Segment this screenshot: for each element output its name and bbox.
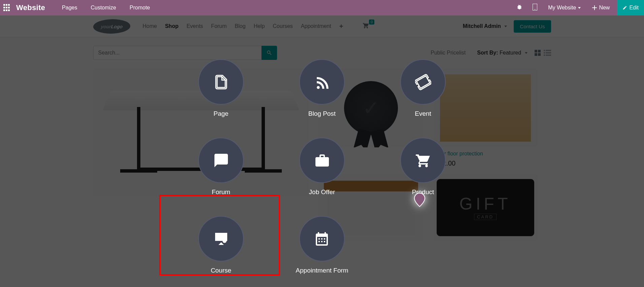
website-selector[interactable]: My Website xyxy=(544,5,585,11)
edit-label: Edit xyxy=(629,5,639,11)
new-product[interactable]: Product xyxy=(400,138,446,196)
new-appointment-form[interactable]: Appointment Form xyxy=(296,216,348,274)
new-event[interactable]: Event xyxy=(400,59,446,117)
new-content-overlay[interactable]: Page Blog Post Event Forum Job Offer Pro… xyxy=(0,15,644,287)
new-course[interactable]: Course xyxy=(198,216,244,274)
ticket-icon xyxy=(415,74,431,90)
mobile-preview-icon[interactable] xyxy=(529,4,541,12)
overlay-label: Appointment Form xyxy=(296,267,348,274)
rss-icon xyxy=(314,74,330,90)
new-page[interactable]: Page xyxy=(198,59,244,117)
apps-icon[interactable] xyxy=(3,4,11,11)
menu-pages[interactable]: Pages xyxy=(55,5,84,11)
new-blog-post[interactable]: Blog Post xyxy=(299,59,345,117)
edit-button[interactable]: Edit xyxy=(617,0,644,15)
new-button[interactable]: New xyxy=(588,5,614,11)
svg-point-14 xyxy=(223,239,227,243)
presentation-icon xyxy=(213,231,229,247)
new-forum[interactable]: Forum xyxy=(198,138,244,196)
menu-customize[interactable]: Customize xyxy=(84,5,123,11)
overlay-label: Course xyxy=(211,267,231,274)
overlay-label: Forum xyxy=(212,188,230,196)
new-label: New xyxy=(599,5,610,11)
pencil-icon xyxy=(622,5,627,10)
overlay-label: Product xyxy=(412,188,434,196)
overlay-label: Blog Post xyxy=(308,110,336,117)
calendar-icon xyxy=(314,231,330,247)
new-job-offer[interactable]: Job Offer xyxy=(299,138,345,196)
overlay-label: Page xyxy=(213,110,228,117)
briefcase-icon xyxy=(314,152,330,169)
app-brand[interactable]: Website xyxy=(16,3,45,12)
cart-icon xyxy=(415,152,431,169)
app-topbar: Website Pages Customize Promote My Websi… xyxy=(0,0,644,15)
overlay-label: Job Offer xyxy=(309,188,335,196)
menu-promote[interactable]: Promote xyxy=(123,5,157,11)
plus-icon xyxy=(592,5,597,10)
debug-icon[interactable] xyxy=(513,4,526,11)
comment-icon xyxy=(213,152,229,169)
svg-rect-3 xyxy=(592,7,597,8)
file-icon xyxy=(213,74,229,90)
overlay-label: Event xyxy=(415,110,431,117)
svg-point-1 xyxy=(535,9,535,10)
